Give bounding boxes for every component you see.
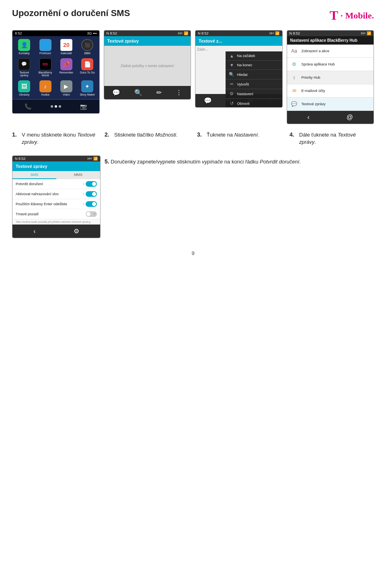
status-bar-2: N 8:52 H+ 📶 bbox=[104, 31, 191, 36]
tmobile-separator: · bbox=[341, 10, 343, 21]
hub-item-email[interactable]: ✉ E-mailové účty bbox=[287, 84, 374, 98]
app-docs[interactable]: 📄 Docs To Go bbox=[77, 57, 97, 78]
toggle-potvrdit[interactable] bbox=[86, 181, 97, 187]
step-text-3: Ťuknete na Nastavení. bbox=[207, 131, 259, 139]
bottom-camera-icon: 📷 bbox=[78, 101, 89, 112]
status-right-4: H+ 📶 bbox=[361, 31, 371, 35]
step5-row: N 8:52 H+ 📶 Textové zprávy SMS MMS Potvr… bbox=[12, 155, 374, 238]
step-text-2: Stisknete tlačítko Možnosti. bbox=[114, 131, 178, 139]
app-icon-storymaker: ✦ bbox=[81, 80, 93, 92]
setting-label-potvrdit: Potvrdit doručení bbox=[16, 182, 43, 186]
app-label-docs: Docs To Go bbox=[80, 71, 94, 74]
step5-italic2: Potvrdit doručení bbox=[260, 159, 299, 165]
setting-nahrazovani: Aktivovat nahrazování slov I bbox=[12, 189, 100, 199]
email-icon: ✉ bbox=[290, 87, 298, 95]
tab-mms[interactable]: MMS bbox=[56, 171, 100, 179]
menu-label-nastaveni: Nastavení bbox=[237, 92, 253, 96]
setting-i-nahrazovani: I bbox=[83, 192, 84, 196]
screen2-empty: Žádné položky v tomto zobrazení bbox=[104, 46, 191, 86]
setting-enter: Použitím klávesy Enter odešlete I bbox=[12, 199, 100, 209]
app-icon-video: ▶ bbox=[60, 80, 72, 92]
app-icon-remember: 📌 bbox=[60, 58, 72, 70]
context-menu: ▲ Na začátek ▼ Na konec 🔍 Hledat ✏ Vytvo… bbox=[226, 51, 282, 108]
menu-item-hledat[interactable]: 🔍 Hledat bbox=[226, 70, 282, 80]
screenshots-row: 8:52 3G ▪▪▪ 👤 Kontakty 🌐 Prohlízeč 20 Ka… bbox=[12, 30, 374, 124]
toggle-nahrazovani[interactable] bbox=[86, 191, 97, 197]
hub-item-priority[interactable]: ↕ Priority Hub bbox=[287, 71, 374, 84]
toggle-enter[interactable] bbox=[86, 201, 97, 207]
bottom-dots bbox=[51, 105, 61, 108]
step2-italic: Možnosti bbox=[155, 132, 176, 138]
hub-label-priority: Priority Hub bbox=[302, 76, 320, 80]
app-kalendar[interactable]: 20 Kalendář bbox=[56, 38, 76, 56]
step-text-1: V menu stisknete ikonu Textové zprávy. bbox=[22, 131, 96, 146]
app-prohlizec[interactable]: 🌐 Prohlízeč bbox=[35, 38, 55, 56]
step3-italic: Nastavení bbox=[234, 132, 258, 138]
hub-label-sprava: Správa aplikace Hub bbox=[302, 62, 335, 66]
status-left-4: N 8:52 bbox=[290, 31, 300, 35]
app-label-bbm: BBM bbox=[84, 52, 90, 55]
action-edit-icon[interactable]: ✏ bbox=[154, 88, 164, 97]
action-chat-icon[interactable]: 💬 bbox=[110, 88, 123, 97]
menu-label-na-konec: Na konec bbox=[237, 63, 252, 67]
action-more-icon[interactable]: ⋮ bbox=[173, 88, 185, 97]
menu-item-na-konec[interactable]: ▼ Na konec bbox=[226, 61, 282, 70]
hub-item-zobrazeni[interactable]: Aa Zobrazení a akce bbox=[287, 45, 374, 58]
app-label-kalendar: Kalendář bbox=[61, 52, 72, 55]
status-bar-4: N 8:52 H+ 📶 bbox=[287, 31, 374, 36]
bottom-phone-icon: 📞 bbox=[23, 101, 33, 112]
hub-back-icon[interactable]: ‹ bbox=[305, 113, 312, 122]
hub-header: Nastavení aplikace BlackBerry Hub bbox=[287, 36, 374, 45]
screen5-back-icon[interactable]: ‹ bbox=[31, 227, 38, 236]
app-hudba[interactable]: ♪ Hudba bbox=[35, 79, 55, 98]
app-remember[interactable]: 📌 Remember bbox=[56, 57, 76, 78]
menu-item-obnovit[interactable]: ↺ Obnovit bbox=[226, 99, 282, 108]
screenshot-1: 8:52 3G ▪▪▪ 👤 Kontakty 🌐 Prohlízeč 20 Ka… bbox=[12, 30, 100, 114]
tab-sms[interactable]: SMS bbox=[12, 171, 56, 179]
hub-at-icon[interactable]: @ bbox=[344, 113, 355, 122]
app-icon-kontakty: 👤 bbox=[18, 39, 30, 51]
app-icon-obrazky: 🖼 bbox=[18, 80, 30, 92]
refresh-icon: ↺ bbox=[229, 101, 234, 106]
status-bar-5: N 8:52 H+ 📶 bbox=[12, 156, 100, 161]
app-storymaker[interactable]: ✦ Story Maker bbox=[77, 79, 97, 98]
screen5-bottom: ‹ ⚙ bbox=[12, 225, 100, 238]
app-obrazky[interactable]: 🖼 Obrázky bbox=[14, 79, 34, 98]
hub-item-textove[interactable]: 💬 Textové zprávy bbox=[287, 98, 374, 111]
menu-item-vytvorit[interactable]: ✏ Vytvořit bbox=[226, 80, 282, 89]
app-icon-textove: 💬 bbox=[18, 58, 30, 70]
action-chat-icon-3[interactable]: 💬 bbox=[201, 96, 214, 105]
toggle-tmave[interactable]: O bbox=[86, 211, 97, 217]
settings-note-text: Tato změna bude použita při příštím otev… bbox=[16, 220, 91, 223]
status-bar-1: 8:52 3G ▪▪▪ bbox=[12, 31, 99, 36]
setting-right-potvrdit: I bbox=[83, 181, 97, 187]
menu-item-na-zacatek[interactable]: ▲ Na začátek bbox=[226, 51, 282, 61]
status-time-1: 8:52 bbox=[15, 31, 22, 35]
app-kontakty[interactable]: 👤 Kontakty bbox=[14, 38, 34, 56]
hub-header-title: Nastavení aplikace BlackBerry Hub bbox=[290, 38, 357, 43]
app-label-obrazky: Obrázky bbox=[19, 93, 29, 96]
menu-item-nastaveni[interactable]: ⚙ Nastavení bbox=[226, 89, 282, 99]
create-icon: ✏ bbox=[229, 82, 234, 87]
app-icon-bbworld: BB bbox=[39, 58, 51, 70]
app-label-textove: Textové zprávy bbox=[15, 71, 33, 77]
page-title: Upozornění o doručení SMS bbox=[12, 8, 130, 18]
hub-item-sprava[interactable]: ⚙ Správa aplikace Hub bbox=[287, 58, 374, 71]
app-bbworld[interactable]: BB BlackBerry World bbox=[35, 57, 55, 78]
screen2-header: Textové zprávy bbox=[104, 36, 191, 46]
app-label-kontakty: Kontakty bbox=[19, 52, 30, 55]
screenshot-4: N 8:52 H+ 📶 Nastavení aplikace BlackBerr… bbox=[287, 30, 374, 124]
app-bbm[interactable]: ⬛ BBM bbox=[77, 38, 97, 56]
settings-note: Tato změna bude použita při příštím otev… bbox=[12, 219, 100, 225]
app-video[interactable]: ▶ Video bbox=[56, 79, 76, 98]
screen5-settings-icon[interactable]: ⚙ bbox=[71, 227, 82, 236]
app-icon-hudba: ♪ bbox=[39, 80, 51, 92]
action-search-icon[interactable]: 🔍 bbox=[132, 88, 145, 97]
screenshot-3: N 8:52 H+ 📶 Textové z... Žádn... ▲ Na za… bbox=[195, 30, 283, 108]
tmobile-t: T bbox=[330, 8, 338, 23]
app-textove[interactable]: 💬 Textové zprávy bbox=[14, 57, 34, 78]
sms-settings-header: Textové zprávy bbox=[12, 161, 100, 171]
step1-italic: Textové zprávy bbox=[22, 132, 95, 145]
app-label-bbworld: BlackBerry World bbox=[36, 71, 54, 77]
screenshot-5: N 8:52 H+ 📶 Textové zprávy SMS MMS Potvr… bbox=[12, 155, 101, 238]
